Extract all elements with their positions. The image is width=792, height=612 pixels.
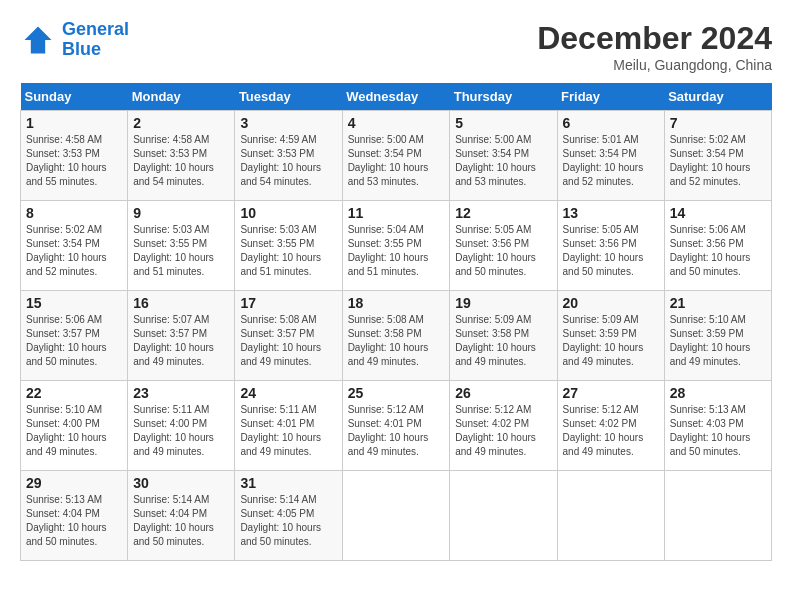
calendar-cell: 27 Sunrise: 5:12 AMSunset: 4:02 PMDaylig…: [557, 381, 664, 471]
calendar-week-row: 8 Sunrise: 5:02 AMSunset: 3:54 PMDayligh…: [21, 201, 772, 291]
day-info: Sunrise: 4:58 AMSunset: 3:53 PMDaylight:…: [26, 134, 107, 187]
day-header: Tuesday: [235, 83, 342, 111]
calendar-cell: 10 Sunrise: 5:03 AMSunset: 3:55 PMDaylig…: [235, 201, 342, 291]
day-number: 3: [240, 115, 336, 131]
calendar-cell: [664, 471, 771, 561]
calendar-cell: 29 Sunrise: 5:13 AMSunset: 4:04 PMDaylig…: [21, 471, 128, 561]
logo-icon: [20, 22, 56, 58]
day-number: 30: [133, 475, 229, 491]
day-info: Sunrise: 5:14 AMSunset: 4:04 PMDaylight:…: [133, 494, 214, 547]
calendar-cell: 11 Sunrise: 5:04 AMSunset: 3:55 PMDaylig…: [342, 201, 450, 291]
calendar-week-row: 22 Sunrise: 5:10 AMSunset: 4:00 PMDaylig…: [21, 381, 772, 471]
calendar-cell: 19 Sunrise: 5:09 AMSunset: 3:58 PMDaylig…: [450, 291, 557, 381]
day-number: 5: [455, 115, 551, 131]
title-block: December 2024 Meilu, Guangdong, China: [537, 20, 772, 73]
day-info: Sunrise: 5:04 AMSunset: 3:55 PMDaylight:…: [348, 224, 429, 277]
calendar-cell: 23 Sunrise: 5:11 AMSunset: 4:00 PMDaylig…: [128, 381, 235, 471]
calendar-cell: 18 Sunrise: 5:08 AMSunset: 3:58 PMDaylig…: [342, 291, 450, 381]
day-number: 21: [670, 295, 766, 311]
calendar-cell: [557, 471, 664, 561]
day-number: 29: [26, 475, 122, 491]
day-info: Sunrise: 5:12 AMSunset: 4:02 PMDaylight:…: [455, 404, 536, 457]
day-info: Sunrise: 4:59 AMSunset: 3:53 PMDaylight:…: [240, 134, 321, 187]
day-number: 1: [26, 115, 122, 131]
day-number: 10: [240, 205, 336, 221]
day-info: Sunrise: 5:13 AMSunset: 4:03 PMDaylight:…: [670, 404, 751, 457]
calendar-cell: 25 Sunrise: 5:12 AMSunset: 4:01 PMDaylig…: [342, 381, 450, 471]
day-info: Sunrise: 5:05 AMSunset: 3:56 PMDaylight:…: [455, 224, 536, 277]
day-header: Wednesday: [342, 83, 450, 111]
day-info: Sunrise: 5:05 AMSunset: 3:56 PMDaylight:…: [563, 224, 644, 277]
day-info: Sunrise: 5:09 AMSunset: 3:58 PMDaylight:…: [455, 314, 536, 367]
day-number: 28: [670, 385, 766, 401]
day-number: 15: [26, 295, 122, 311]
calendar-cell: 12 Sunrise: 5:05 AMSunset: 3:56 PMDaylig…: [450, 201, 557, 291]
calendar-cell: 20 Sunrise: 5:09 AMSunset: 3:59 PMDaylig…: [557, 291, 664, 381]
calendar-cell: 14 Sunrise: 5:06 AMSunset: 3:56 PMDaylig…: [664, 201, 771, 291]
day-number: 12: [455, 205, 551, 221]
calendar-week-row: 1 Sunrise: 4:58 AMSunset: 3:53 PMDayligh…: [21, 111, 772, 201]
calendar-cell: 7 Sunrise: 5:02 AMSunset: 3:54 PMDayligh…: [664, 111, 771, 201]
page-header: General Blue December 2024 Meilu, Guangd…: [20, 20, 772, 73]
day-info: Sunrise: 5:07 AMSunset: 3:57 PMDaylight:…: [133, 314, 214, 367]
day-number: 22: [26, 385, 122, 401]
calendar-cell: 9 Sunrise: 5:03 AMSunset: 3:55 PMDayligh…: [128, 201, 235, 291]
calendar-cell: 17 Sunrise: 5:08 AMSunset: 3:57 PMDaylig…: [235, 291, 342, 381]
day-number: 16: [133, 295, 229, 311]
calendar-cell: 22 Sunrise: 5:10 AMSunset: 4:00 PMDaylig…: [21, 381, 128, 471]
day-number: 4: [348, 115, 445, 131]
calendar-week-row: 15 Sunrise: 5:06 AMSunset: 3:57 PMDaylig…: [21, 291, 772, 381]
day-header: Saturday: [664, 83, 771, 111]
day-number: 31: [240, 475, 336, 491]
day-info: Sunrise: 5:12 AMSunset: 4:02 PMDaylight:…: [563, 404, 644, 457]
location-subtitle: Meilu, Guangdong, China: [537, 57, 772, 73]
calendar-cell: 16 Sunrise: 5:07 AMSunset: 3:57 PMDaylig…: [128, 291, 235, 381]
calendar-cell: 30 Sunrise: 5:14 AMSunset: 4:04 PMDaylig…: [128, 471, 235, 561]
calendar-cell: [342, 471, 450, 561]
day-info: Sunrise: 5:11 AMSunset: 4:00 PMDaylight:…: [133, 404, 214, 457]
calendar-cell: [450, 471, 557, 561]
calendar-header-row: SundayMondayTuesdayWednesdayThursdayFrid…: [21, 83, 772, 111]
day-header: Thursday: [450, 83, 557, 111]
day-number: 2: [133, 115, 229, 131]
day-info: Sunrise: 5:10 AMSunset: 3:59 PMDaylight:…: [670, 314, 751, 367]
day-info: Sunrise: 5:11 AMSunset: 4:01 PMDaylight:…: [240, 404, 321, 457]
calendar-body: 1 Sunrise: 4:58 AMSunset: 3:53 PMDayligh…: [21, 111, 772, 561]
day-info: Sunrise: 5:03 AMSunset: 3:55 PMDaylight:…: [133, 224, 214, 277]
day-info: Sunrise: 5:12 AMSunset: 4:01 PMDaylight:…: [348, 404, 429, 457]
day-number: 19: [455, 295, 551, 311]
day-header: Monday: [128, 83, 235, 111]
calendar-cell: 15 Sunrise: 5:06 AMSunset: 3:57 PMDaylig…: [21, 291, 128, 381]
day-number: 27: [563, 385, 659, 401]
day-number: 9: [133, 205, 229, 221]
day-number: 20: [563, 295, 659, 311]
day-number: 17: [240, 295, 336, 311]
calendar-cell: 21 Sunrise: 5:10 AMSunset: 3:59 PMDaylig…: [664, 291, 771, 381]
day-info: Sunrise: 5:06 AMSunset: 3:57 PMDaylight:…: [26, 314, 107, 367]
day-number: 8: [26, 205, 122, 221]
calendar-cell: 5 Sunrise: 5:00 AMSunset: 3:54 PMDayligh…: [450, 111, 557, 201]
day-info: Sunrise: 5:08 AMSunset: 3:58 PMDaylight:…: [348, 314, 429, 367]
day-info: Sunrise: 5:06 AMSunset: 3:56 PMDaylight:…: [670, 224, 751, 277]
day-info: Sunrise: 5:02 AMSunset: 3:54 PMDaylight:…: [670, 134, 751, 187]
calendar-table: SundayMondayTuesdayWednesdayThursdayFrid…: [20, 83, 772, 561]
day-info: Sunrise: 5:14 AMSunset: 4:05 PMDaylight:…: [240, 494, 321, 547]
day-number: 6: [563, 115, 659, 131]
day-number: 26: [455, 385, 551, 401]
day-header: Sunday: [21, 83, 128, 111]
day-number: 7: [670, 115, 766, 131]
day-number: 25: [348, 385, 445, 401]
calendar-cell: 6 Sunrise: 5:01 AMSunset: 3:54 PMDayligh…: [557, 111, 664, 201]
day-info: Sunrise: 5:03 AMSunset: 3:55 PMDaylight:…: [240, 224, 321, 277]
month-title: December 2024: [537, 20, 772, 57]
calendar-cell: 31 Sunrise: 5:14 AMSunset: 4:05 PMDaylig…: [235, 471, 342, 561]
day-info: Sunrise: 4:58 AMSunset: 3:53 PMDaylight:…: [133, 134, 214, 187]
day-header: Friday: [557, 83, 664, 111]
day-info: Sunrise: 5:02 AMSunset: 3:54 PMDaylight:…: [26, 224, 107, 277]
day-info: Sunrise: 5:00 AMSunset: 3:54 PMDaylight:…: [348, 134, 429, 187]
calendar-cell: 26 Sunrise: 5:12 AMSunset: 4:02 PMDaylig…: [450, 381, 557, 471]
logo-text: General Blue: [62, 20, 129, 60]
day-number: 14: [670, 205, 766, 221]
calendar-cell: 4 Sunrise: 5:00 AMSunset: 3:54 PMDayligh…: [342, 111, 450, 201]
calendar-cell: 8 Sunrise: 5:02 AMSunset: 3:54 PMDayligh…: [21, 201, 128, 291]
